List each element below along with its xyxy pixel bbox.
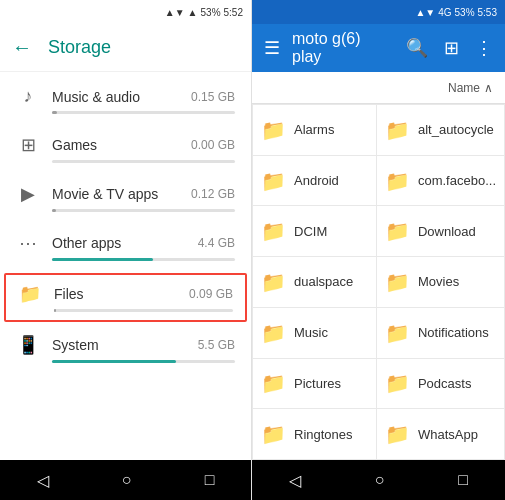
time-display: 5:52 — [224, 7, 243, 18]
recents-nav-button[interactable]: □ — [193, 467, 227, 493]
file-name: Podcasts — [418, 376, 471, 391]
system-bar-track — [52, 360, 235, 363]
file-name: WhatsApp — [418, 427, 478, 442]
music-label: Music & audio — [52, 89, 140, 105]
music-bar-fill — [52, 111, 57, 114]
file-item-android[interactable]: 📁 Android — [253, 156, 376, 206]
right-battery-indicator: 53% — [455, 7, 475, 18]
storage-item-otherapps[interactable]: ⋯ Other apps 4.4 GB — [0, 222, 251, 271]
otherapps-icon: ⋯ — [16, 232, 40, 254]
file-name: Pictures — [294, 376, 341, 391]
file-name: Music — [294, 325, 328, 340]
otherapps-size: 4.4 GB — [198, 236, 235, 250]
battery-indicator: 53% — [201, 7, 221, 18]
file-grid: 📁 Alarms 📁 alt_autocycle 📁 Android 📁 com… — [252, 104, 505, 460]
storage-item-music[interactable]: ♪ Music & audio 0.15 GB — [0, 76, 251, 124]
grid-view-button[interactable]: ⊞ — [440, 33, 463, 63]
right-back-nav-button[interactable]: ◁ — [277, 467, 313, 494]
file-item-com-facebo[interactable]: 📁 com.facebo... — [377, 156, 504, 206]
folder-icon: 📁 — [385, 270, 410, 294]
games-icon: ⊞ — [16, 134, 40, 156]
file-name: alt_autocycle — [418, 122, 494, 137]
back-nav-button[interactable]: ◁ — [25, 467, 61, 494]
signal-icon: ▲▼ — [165, 7, 185, 18]
right-status-icons: ▲▼ 4G 53% 5:53 — [415, 7, 497, 18]
files-label: Files — [54, 286, 84, 302]
system-size: 5.5 GB — [198, 338, 235, 352]
left-status-bar: ▲▼ ▲ 53% 5:52 — [0, 0, 251, 24]
home-nav-button[interactable]: ○ — [110, 467, 144, 493]
right-home-nav-button[interactable]: ○ — [363, 467, 397, 493]
file-item-music[interactable]: 📁 Music — [253, 308, 376, 358]
file-item-dualspace[interactable]: 📁 dualspace — [253, 257, 376, 307]
file-name: Alarms — [294, 122, 334, 137]
back-button[interactable]: ← — [12, 36, 32, 59]
file-item-download[interactable]: 📁 Download — [377, 206, 504, 256]
files-icon: 📁 — [18, 283, 42, 305]
left-nav-bar: ◁ ○ □ — [0, 460, 251, 500]
movies-label: Movie & TV apps — [52, 186, 158, 202]
file-item-podcasts[interactable]: 📁 Podcasts — [377, 359, 504, 409]
otherapps-label: Other apps — [52, 235, 121, 251]
hamburger-menu-button[interactable]: ☰ — [260, 33, 284, 63]
folder-icon: 📁 — [385, 219, 410, 243]
system-icon: 📱 — [16, 334, 40, 356]
file-name: Movies — [418, 274, 459, 289]
storage-list: ♪ Music & audio 0.15 GB ⊞ Games 0.00 GB — [0, 72, 251, 460]
folder-icon: 📁 — [261, 371, 286, 395]
music-bar-track — [52, 111, 235, 114]
file-item-notifications[interactable]: 📁 Notifications — [377, 308, 504, 358]
movies-bar-fill — [52, 209, 56, 212]
folder-icon: 📁 — [385, 321, 410, 345]
files-size: 0.09 GB — [189, 287, 233, 301]
file-name: dualspace — [294, 274, 353, 289]
file-name: Ringtones — [294, 427, 353, 442]
folder-icon: 📁 — [261, 422, 286, 446]
file-item-movies[interactable]: 📁 Movies — [377, 257, 504, 307]
storage-item-files[interactable]: 📁 Files 0.09 GB — [4, 273, 247, 322]
right-title: moto g(6) play — [292, 30, 394, 66]
folder-icon: 📁 — [385, 169, 410, 193]
file-name: DCIM — [294, 224, 327, 239]
folder-icon: 📁 — [385, 118, 410, 142]
file-item-pictures[interactable]: 📁 Pictures — [253, 359, 376, 409]
games-bar-track — [52, 160, 235, 163]
files-bar-track — [54, 309, 233, 312]
storage-item-games[interactable]: ⊞ Games 0.00 GB — [0, 124, 251, 173]
otherapps-bar-fill — [52, 258, 153, 261]
file-item-alt-autocycle[interactable]: 📁 alt_autocycle — [377, 105, 504, 155]
sort-label[interactable]: Name — [448, 81, 480, 95]
folder-icon: 📁 — [261, 270, 286, 294]
games-label: Games — [52, 137, 97, 153]
otherapps-bar-track — [52, 258, 235, 261]
sort-bar: Name ∧ — [252, 72, 505, 104]
left-header: ← Storage — [0, 24, 251, 72]
file-item-dcim[interactable]: 📁 DCIM — [253, 206, 376, 256]
right-header: ☰ moto g(6) play 🔍 ⊞ ⋮ — [252, 24, 505, 72]
more-options-button[interactable]: ⋮ — [471, 33, 497, 63]
file-name: Notifications — [418, 325, 489, 340]
system-label: System — [52, 337, 99, 353]
right-recents-nav-button[interactable]: □ — [446, 467, 480, 493]
movies-icon: ▶ — [16, 183, 40, 205]
folder-icon: 📁 — [261, 321, 286, 345]
right-nav-bar: ◁ ○ □ — [252, 460, 505, 500]
system-bar-fill — [52, 360, 176, 363]
folder-icon: 📁 — [385, 371, 410, 395]
storage-item-system[interactable]: 📱 System 5.5 GB — [0, 324, 251, 373]
folder-icon: 📁 — [385, 422, 410, 446]
file-item-alarms[interactable]: 📁 Alarms — [253, 105, 376, 155]
page-title: Storage — [48, 37, 111, 58]
file-name: Android — [294, 173, 339, 188]
files-bar-fill — [54, 309, 56, 312]
file-item-whatsapp[interactable]: 📁 WhatsApp — [377, 409, 504, 459]
folder-icon: 📁 — [261, 219, 286, 243]
movies-bar-track — [52, 209, 235, 212]
file-item-ringtones[interactable]: 📁 Ringtones — [253, 409, 376, 459]
movies-size: 0.12 GB — [191, 187, 235, 201]
search-button[interactable]: 🔍 — [402, 33, 432, 63]
music-size: 0.15 GB — [191, 90, 235, 104]
storage-item-movies[interactable]: ▶ Movie & TV apps 0.12 GB — [0, 173, 251, 222]
right-time-display: 5:53 — [478, 7, 497, 18]
sort-arrow-icon[interactable]: ∧ — [484, 81, 493, 95]
